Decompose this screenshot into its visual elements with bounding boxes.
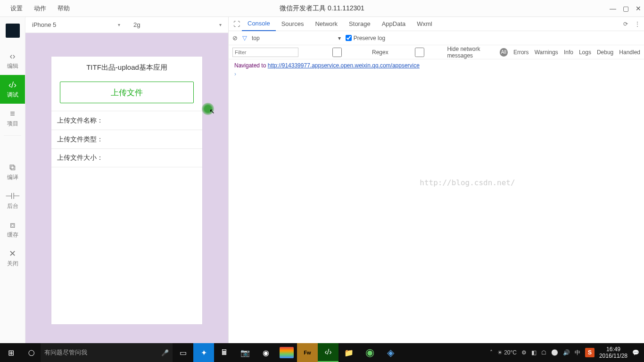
volume-icon[interactable]: 🔊: [563, 349, 570, 356]
sidebar-project[interactable]: ≡ 项目: [0, 104, 25, 132]
chrome-icon[interactable]: ◉: [256, 343, 276, 362]
chevron-down-icon: ▾: [338, 35, 341, 41]
console-navigation-line: Navigated to http://914339977.appservice…: [234, 62, 638, 69]
camera-icon[interactable]: 📷: [235, 343, 256, 362]
filter-debug[interactable]: Debug: [597, 49, 613, 56]
window-maximize-icon[interactable]: ▢: [623, 5, 629, 12]
devtools-more-icon[interactable]: ⋮: [635, 21, 640, 27]
element-picker-icon[interactable]: ⛶: [231, 20, 242, 28]
nav-url[interactable]: http://914339977.appservice.open.weixin.…: [268, 62, 420, 69]
tab-wxml[interactable]: Wxml: [411, 17, 438, 31]
wechat-devtools-icon[interactable]: ‹/›: [318, 343, 339, 362]
sidebar-edit[interactable]: ‹› 编辑: [0, 46, 25, 75]
phone-frame: TITF出品-upload基本应用 上传文件 上传文件名称： 上传文件类型： 上…: [51, 57, 202, 324]
downloader-icon[interactable]: ◉: [359, 343, 380, 362]
ime-indicator[interactable]: 中: [575, 349, 580, 357]
windows-taskbar: ⊞ ◯ 有问题尽管问我 🎤 ▭ ✦ 🖩 📷 ◉ Fw ‹/› 📁 ◉ ◈ ˄ ☀…: [0, 343, 644, 362]
filter-funnel-icon[interactable]: ▽: [242, 34, 247, 41]
sidebar-debug[interactable]: ‹/› 调试: [0, 75, 25, 104]
hide-network-checkbox[interactable]: Hide network messages: [394, 46, 494, 59]
search-placeholder: 有问题尽管问我: [44, 348, 87, 357]
window-minimize-icon[interactable]: —: [610, 5, 616, 12]
weather-widget[interactable]: ☀ 20°C: [497, 349, 517, 356]
teamviewer-icon[interactable]: ◈: [380, 343, 401, 362]
chevron-down-icon: ▾: [118, 22, 120, 27]
clock-time: 16:49: [599, 346, 627, 353]
upload-button[interactable]: 上传文件: [60, 82, 194, 103]
tab-console[interactable]: Console: [242, 17, 276, 31]
sidebar-label: 调试: [7, 91, 18, 99]
compile-icon: ⧉: [9, 163, 16, 172]
filter-errors[interactable]: Errors: [513, 49, 529, 56]
taskview-icon[interactable]: ▭: [173, 343, 193, 362]
device-selector[interactable]: iPhone 5 ▾: [25, 21, 127, 28]
filter-input[interactable]: [232, 48, 298, 57]
chevron-down-icon: ▾: [219, 22, 222, 27]
menu-actions[interactable]: 动作: [28, 4, 52, 13]
watermark-text: http://blog.csdn.net/: [420, 178, 515, 187]
simulator-stage: TITF出品-upload基本应用 上传文件 上传文件名称： 上传文件类型： 上…: [25, 33, 228, 343]
cursor-highlight: [202, 103, 214, 115]
window-close-icon[interactable]: ✕: [636, 5, 641, 12]
tray-icon[interactable]: ◧: [531, 349, 537, 356]
menu-icon: ≡: [10, 109, 15, 118]
debug-icon: ‹/›: [8, 81, 17, 89]
sogou-ime-icon[interactable]: S: [585, 348, 594, 357]
calculator-icon[interactable]: 🖩: [214, 343, 235, 362]
preserve-log-checkbox[interactable]: Preserve log: [346, 35, 385, 41]
menu-help[interactable]: 帮助: [52, 4, 75, 13]
taskbar-search[interactable]: 有问题尽管问我 🎤: [41, 343, 173, 362]
sidebar-compile[interactable]: ⧉ 编译: [0, 157, 25, 186]
sidebar-label: 编译: [7, 173, 18, 181]
devtools-refresh-icon[interactable]: ⟳: [623, 21, 628, 27]
console-toolbar: ⊘ ▽ top ▾ Preserve log: [229, 31, 644, 45]
filter-all[interactable]: All: [500, 48, 508, 57]
mic-icon[interactable]: 🎤: [161, 349, 169, 356]
start-button[interactable]: ⊞: [0, 343, 22, 362]
sidebar-background[interactable]: ⊣⊢ 后台: [0, 186, 25, 215]
context-selector[interactable]: top ▾: [252, 35, 341, 41]
filter-handled[interactable]: Handled: [619, 49, 640, 56]
media-player-icon[interactable]: [280, 347, 294, 358]
workarea: ‹› 编辑 ‹/› 调试 ≡ 项目 ⧉ 编译 ⊣⊢ 后台 ⧈ 缓存 ✕ 关闭: [0, 17, 644, 343]
sidebar-cache[interactable]: ⧈ 缓存: [0, 215, 25, 244]
fireworks-icon[interactable]: Fw: [297, 343, 318, 362]
cortana-icon[interactable]: ◯: [22, 349, 41, 356]
simulator-toolbar: iPhone 5 ▾ 2g ▾: [25, 17, 228, 33]
action-center-icon[interactable]: 💬: [632, 349, 639, 356]
explorer-icon[interactable]: 📁: [339, 343, 359, 362]
tab-storage[interactable]: Storage: [343, 17, 376, 31]
network-selector[interactable]: 2g ▾: [127, 21, 228, 28]
menubar: 设置 动作 帮助 微信开发者工具 0.11.112301 — ▢ ✕: [0, 0, 644, 17]
device-name: iPhone 5: [32, 21, 56, 28]
sidebar-close[interactable]: ✕ 关闭: [0, 244, 25, 272]
cache-icon: ⧈: [10, 221, 15, 229]
tray-icon[interactable]: ⚙: [521, 349, 527, 356]
filter-warnings[interactable]: Warnings: [535, 49, 558, 56]
app-title: 微信开发者工具 0.11.112301: [280, 4, 364, 13]
tab-sources[interactable]: Sources: [276, 17, 310, 31]
tray-chevron-icon[interactable]: ˄: [490, 349, 493, 356]
console-prompt[interactable]: ›: [234, 71, 638, 77]
tray-icon[interactable]: ☖: [541, 349, 546, 356]
background-icon: ⊣⊢: [5, 192, 20, 200]
app-icon-1[interactable]: ✦: [193, 343, 214, 362]
preserve-log-input[interactable]: [346, 35, 352, 41]
window-controls: — ▢ ✕: [610, 5, 641, 12]
clear-console-icon[interactable]: ⊘: [232, 34, 238, 41]
taskbar-clock[interactable]: 16:49 2016/11/28: [599, 346, 627, 360]
close-icon: ✕: [9, 249, 16, 258]
simulator-panel: iPhone 5 ▾ 2g ▾ TITF出品-upload基本应用 上传文件 上…: [25, 17, 228, 343]
filter-info[interactable]: Info: [564, 49, 573, 56]
project-thumbnail[interactable]: [6, 24, 20, 38]
tab-network[interactable]: Network: [309, 17, 343, 31]
menu-settings[interactable]: 设置: [5, 4, 28, 13]
tab-appdata[interactable]: AppData: [376, 17, 412, 31]
regex-checkbox[interactable]: Regex: [304, 48, 388, 57]
sidebar-label: 关闭: [7, 260, 18, 268]
network-icon[interactable]: ⚪: [551, 349, 558, 356]
filter-logs[interactable]: Logs: [579, 49, 591, 56]
network-name: 2g: [133, 21, 140, 28]
context-name: top: [252, 35, 260, 41]
console-output: Navigated to http://914339977.appservice…: [229, 59, 644, 343]
